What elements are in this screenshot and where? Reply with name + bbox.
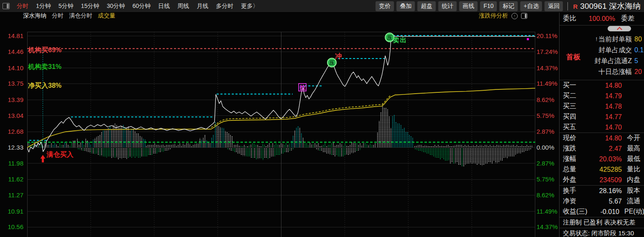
price-tick: 14.81 <box>8 33 23 39</box>
stat-row: 涨幅20.03%最低 <box>560 154 644 164</box>
price-tick: 10.91 <box>8 208 23 215</box>
button-叠加[interactable]: 叠加 <box>396 1 415 11</box>
buy-arrow-icon <box>40 155 45 163</box>
chart-volume-label[interactable]: 成交量 <box>98 12 115 20</box>
percent-tick: 14.37% <box>537 65 558 71</box>
first-board-tag: 首板 <box>566 52 580 62</box>
percent-axis: 20.11%17.24%14.37%11.49%8.62%5.75%2.87%0… <box>537 32 559 237</box>
tab-周线[interactable]: 周线 <box>174 3 193 10</box>
chart-annotation: 机构卖31% <box>28 63 61 70</box>
cursor-dot <box>527 38 529 40</box>
percent-tick: 11.49% <box>537 208 557 215</box>
tab-5分钟[interactable]: 5分钟 <box>55 3 77 10</box>
button-标记[interactable]: 标记 <box>499 1 518 11</box>
listing-tags: 注册制 已盈利 表决权无差 <box>560 217 644 228</box>
tab-1分钟[interactable]: 1分钟 <box>32 3 55 10</box>
price-tick: 13.75 <box>8 80 23 87</box>
chevron-up-icon <box>617 27 622 32</box>
top-nav: 分时1分钟5分钟15分钟30分钟60分钟日线周线月线多分时更多〉 竞价叠加超盘统… <box>0 0 644 13</box>
weicha-label: 委差 <box>621 14 644 23</box>
button-超盘[interactable]: 超盘 <box>417 1 436 11</box>
bid-row: 买五14.70 <box>560 122 644 133</box>
alert-icon: ! <box>596 36 597 42</box>
chart-overlay-label[interactable]: 满仓分时 <box>69 12 92 20</box>
percent-tick: 17.24% <box>537 48 558 55</box>
bid-row: 买二14.79 <box>560 91 644 101</box>
bid-row: 买三14.78 <box>560 101 644 112</box>
price-tick: 13.04 <box>8 112 23 119</box>
button-F10[interactable]: F10 <box>480 1 497 11</box>
chart-stock-name: 深水海纳 <box>23 12 46 20</box>
rush-marker: 冲 <box>335 53 342 60</box>
quote-panel: 委比 100.00% 委差 首板 !当前封单额80封单占成交0.1封单占流通Z5… <box>559 12 644 237</box>
period-tabs: 分时1分钟5分钟15分钟30分钟60分钟日线周线月线多分时更多〉 <box>13 3 262 10</box>
tab-15分钟[interactable]: 15分钟 <box>77 3 103 10</box>
tab-30分钟[interactable]: 30分钟 <box>103 3 129 10</box>
chart-annotation: 机构买69% <box>28 46 61 54</box>
bid-row: 买四14.77 <box>560 112 644 122</box>
press-marker-1: 压 <box>329 60 334 66</box>
percent-tick: 5.75% <box>537 176 555 183</box>
button-+自选[interactable]: +自选 <box>520 1 542 11</box>
price-axis: 14.8114.4614.1013.7513.3913.0412.6812.33… <box>0 32 25 237</box>
tab-月线[interactable]: 月线 <box>193 3 212 10</box>
sell-marker: 卖出 <box>393 36 407 43</box>
price-tick: 11.62 <box>8 176 23 183</box>
percent-tick: 0.00% <box>537 144 555 151</box>
nav-divider <box>567 2 568 10</box>
percent-tick: 20.11% <box>537 33 557 39</box>
stock-title: R 300961 深水海纳 <box>573 1 644 12</box>
panel-toggle-icon[interactable] <box>3 3 10 9</box>
pull-marker: 拉 <box>299 84 305 91</box>
percent-tick: 8.62% <box>537 97 555 103</box>
trade-status: 交易状态: 闭市阶段 15:30 <box>560 228 644 237</box>
tab-60分钟[interactable]: 60分钟 <box>129 3 155 10</box>
tab-更多〉[interactable]: 更多〉 <box>237 3 262 10</box>
price-tick: 14.46 <box>8 48 23 55</box>
limit-board-section: 首板 !当前封单额80封单占成交0.1封单占流通Z5十日总涨幅20 <box>560 33 644 80</box>
button-竞价[interactable]: 竞价 <box>376 1 394 11</box>
percent-tick: 14.37% <box>537 224 558 230</box>
side-panel-toggle-icon[interactable] <box>521 13 527 19</box>
price-tick: 12.68 <box>8 128 23 135</box>
button-返回[interactable]: 返回 <box>544 1 563 11</box>
tab-日线[interactable]: 日线 <box>154 3 174 10</box>
bid-row: 买一14.80 <box>560 80 644 91</box>
buy-marker-label: 满仓买入 <box>46 151 74 158</box>
stat-row: 现价14.80今开 <box>560 133 644 143</box>
margin-flag: R <box>573 3 578 10</box>
button-统计[interactable]: 统计 <box>438 1 457 11</box>
stat-row: 收益(三)-0.010PE(动) <box>560 206 644 217</box>
price-tick: 11.27 <box>8 192 23 199</box>
expand-up-icon[interactable]: ↑ <box>511 13 518 19</box>
weibi-label: 委比 <box>563 14 583 23</box>
board-row: !当前封单额80 <box>594 34 644 45</box>
intraday-chart[interactable]: 机构买69%机构卖31%净买入38%满仓买入拉压压冲卖出 <box>27 32 535 237</box>
stat-row: 净资5.67流通 <box>560 196 644 206</box>
percent-tick: 2.87% <box>537 160 555 167</box>
chart-pane: 深水海纳 分时 满仓分时 成交量 涨跌停分析 ↑ 14.8114.4614.10… <box>0 12 559 237</box>
chart-header: 深水海纳 分时 满仓分时 成交量 涨跌停分析 ↑ <box>0 12 559 20</box>
collapse-handle[interactable] <box>608 26 631 31</box>
weibi-row: 委比 100.00% 委差 <box>560 12 644 25</box>
board-row: 封单占成交0.1 <box>594 45 644 56</box>
stat-row: 换手28.16%股本 <box>560 186 644 196</box>
board-row: 十日总涨幅20 <box>594 66 644 77</box>
percent-tick: 2.87% <box>537 128 555 135</box>
stat-row: 总量425285量比 <box>560 164 644 175</box>
limit-analysis-link[interactable]: 涨跌停分析 <box>479 12 508 20</box>
bid-levels: 买一14.80买二14.79买三14.78买四14.77买五14.70 <box>560 80 644 133</box>
price-tick: 10.56 <box>8 224 23 230</box>
tab-分时[interactable]: 分时 <box>13 3 32 10</box>
chart-period-label: 分时 <box>52 12 64 20</box>
percent-tick: 11.49% <box>537 80 557 87</box>
price-tick: 13.39 <box>8 97 23 103</box>
toolbar-buttons: 竞价叠加超盘统计画线F10标记+自选返回 <box>374 1 564 11</box>
chart-annotation: 净买入38% <box>28 82 61 89</box>
button-画线[interactable]: 画线 <box>459 1 478 11</box>
price-tick: 12.33 <box>8 144 23 151</box>
press-marker-2: 压 <box>387 35 392 41</box>
tab-多分时[interactable]: 多分时 <box>212 3 237 10</box>
percent-tick: 8.62% <box>537 192 555 199</box>
stat-row: 涨跌2.47最高 <box>560 143 644 154</box>
